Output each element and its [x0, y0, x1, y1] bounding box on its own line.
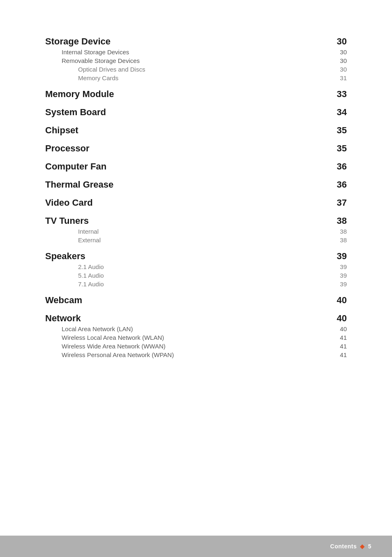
toc-entry[interactable]: Wireless Wide Area Network (WWAN)41 [45, 343, 347, 350]
toc-entry-label: Network [45, 313, 330, 324]
toc-entry[interactable]: Memory Module33 [45, 89, 347, 100]
toc-entry-label: Speakers [45, 251, 330, 262]
toc-entry-label: Processor [45, 143, 330, 154]
toc-entry-page: 38 [330, 237, 347, 244]
toc-entry[interactable]: Computer Fan36 [45, 161, 347, 172]
page-content: Storage Device30Internal Storage Devices… [0, 0, 392, 408]
page-footer: Contents ◆ 5 [0, 536, 392, 557]
toc-entry[interactable]: Processor35 [45, 143, 347, 154]
toc-entry[interactable]: Video Card37 [45, 197, 347, 208]
toc-entry-label: Wireless Personal Area Network (WPAN) [62, 351, 330, 358]
toc-entry-page: 40 [330, 295, 347, 306]
toc-entry-label: Chipset [45, 125, 330, 136]
toc-entry-page: 36 [330, 161, 347, 172]
toc-entry[interactable]: Removable Storage Devices30 [45, 57, 347, 64]
toc-entry[interactable]: Optical Drives and Discs30 [45, 66, 347, 73]
toc-entry-page: 38 [330, 228, 347, 235]
toc-entry-label: Removable Storage Devices [62, 57, 330, 64]
toc-entry[interactable]: 7.1 Audio39 [45, 281, 347, 288]
toc-entry-page: 38 [330, 216, 347, 226]
toc-entry-page: 41 [330, 334, 347, 341]
toc-entry-label: Optical Drives and Discs [78, 66, 330, 73]
toc-entry-label: Thermal Grease [45, 179, 330, 190]
toc-entry-label: Internal Storage Devices [62, 49, 330, 56]
toc-entry[interactable]: Local Area Network (LAN)40 [45, 325, 347, 332]
toc-entry-label: Wireless Local Area Network (WLAN) [62, 334, 330, 341]
toc-entry-label: Internal [78, 228, 330, 235]
toc-entry-page: 40 [330, 313, 347, 324]
toc-entry-label: Local Area Network (LAN) [62, 325, 330, 332]
toc-entry-page: 37 [330, 197, 347, 208]
toc-entry-page: 34 [330, 107, 347, 118]
toc-entry[interactable]: External38 [45, 237, 347, 244]
toc-entry[interactable]: Webcam40 [45, 295, 347, 306]
toc-entry-page: 30 [330, 49, 347, 56]
toc-entry-label: Computer Fan [45, 161, 330, 172]
toc-entry-label: Memory Module [45, 89, 330, 100]
toc-entry[interactable]: System Board34 [45, 107, 347, 118]
toc-entry-label: Memory Cards [78, 74, 330, 81]
toc-entry[interactable]: TV Tuners38 [45, 216, 347, 226]
toc-entry[interactable]: 2.1 Audio39 [45, 263, 347, 270]
toc-entry[interactable]: Internal Storage Devices30 [45, 49, 347, 56]
toc-entry[interactable]: Speakers39 [45, 251, 347, 262]
footer-text: Contents ◆ 5 [330, 543, 371, 550]
toc-entry[interactable]: Network40 [45, 313, 347, 324]
toc-entry-label: 7.1 Audio [78, 281, 330, 288]
toc-entry-page: 30 [330, 57, 347, 64]
toc-entry[interactable]: Internal38 [45, 228, 347, 235]
toc-entry-page: 35 [330, 125, 347, 136]
toc-entry-page: 39 [330, 263, 347, 270]
toc-entry-label: Video Card [45, 197, 330, 208]
footer-diamond: ◆ [360, 543, 365, 550]
toc-entry-label: System Board [45, 107, 330, 118]
toc-entry-page: 39 [330, 272, 347, 279]
toc-entry-label: TV Tuners [45, 216, 330, 226]
toc-entry-label: External [78, 237, 330, 244]
toc-entry-page: 39 [330, 281, 347, 288]
toc-entry[interactable]: Wireless Personal Area Network (WPAN)41 [45, 351, 347, 358]
toc-entry-page: 35 [330, 143, 347, 154]
toc-entry-page: 39 [330, 251, 347, 262]
toc-entry[interactable]: Wireless Local Area Network (WLAN)41 [45, 334, 347, 341]
toc-entry-page: 40 [330, 325, 347, 332]
toc-entry-label: Storage Device [45, 36, 330, 47]
toc-entry-label: 2.1 Audio [78, 263, 330, 270]
toc-entry-label: Wireless Wide Area Network (WWAN) [62, 343, 330, 350]
toc-entry-page: 31 [330, 74, 347, 81]
toc-entry-page: 41 [330, 351, 347, 358]
footer-page-number: 5 [368, 543, 371, 550]
toc-entry-page: 33 [330, 89, 347, 100]
toc-entry-page: 30 [330, 36, 347, 47]
toc-entry-page: 30 [330, 66, 347, 73]
toc-entry[interactable]: Chipset35 [45, 125, 347, 136]
toc-entry[interactable]: Storage Device30 [45, 36, 347, 47]
footer-label: Contents [330, 543, 357, 550]
toc-entry-page: 36 [330, 179, 347, 190]
toc-entry[interactable]: 5.1 Audio39 [45, 272, 347, 279]
toc-entry-label: Webcam [45, 295, 330, 306]
toc-entry-label: 5.1 Audio [78, 272, 330, 279]
toc-entry-page: 41 [330, 343, 347, 350]
toc-entry[interactable]: Memory Cards31 [45, 74, 347, 81]
toc-entry[interactable]: Thermal Grease36 [45, 179, 347, 190]
